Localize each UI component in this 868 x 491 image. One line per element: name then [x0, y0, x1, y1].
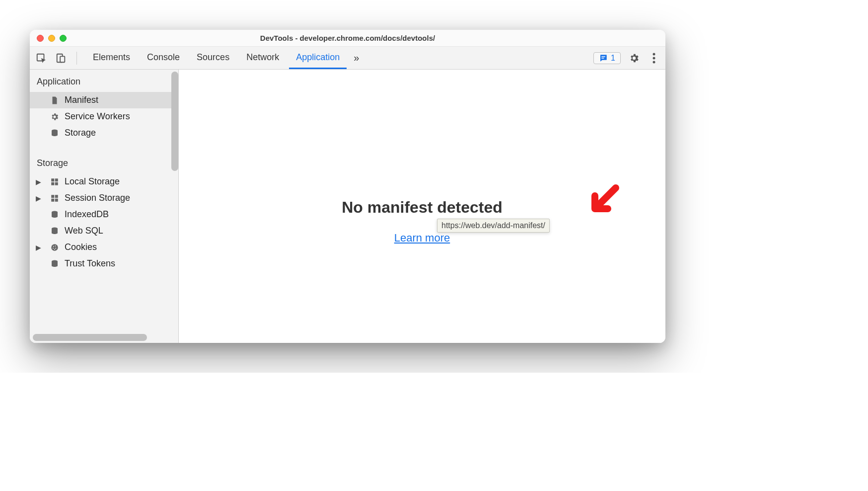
toolbar-right-controls: 1: [593, 52, 660, 65]
sidebar-item-service-workers[interactable]: Service Workers: [30, 108, 178, 125]
chevron-right-icon: ▶: [36, 244, 41, 251]
issues-button[interactable]: 1: [593, 52, 621, 64]
sidebar-item-label: Web SQL: [65, 226, 103, 236]
sidebar-item-label: Manifest: [65, 95, 98, 105]
settings-gear-icon[interactable]: [628, 52, 641, 65]
grid-icon: [50, 193, 60, 203]
sidebar-scrollbar-vertical[interactable]: [171, 72, 178, 171]
sidebar-item-label: Trust Tokens: [65, 258, 115, 269]
svg-point-21: [55, 246, 56, 246]
svg-rect-9: [51, 178, 54, 181]
sidebar-item-label: Service Workers: [65, 111, 130, 122]
database-icon: [50, 226, 60, 236]
svg-rect-12: [55, 182, 58, 185]
database-icon: [50, 210, 60, 220]
section-title-storage: Storage: [30, 151, 178, 173]
svg-point-5: [653, 53, 655, 55]
svg-point-19: [51, 244, 58, 251]
svg-rect-13: [51, 195, 54, 198]
tabs-overflow-button[interactable]: »: [350, 47, 363, 69]
tab-elements[interactable]: Elements: [86, 47, 137, 69]
content-area: Application Manifest Service Workers Sto…: [30, 70, 665, 343]
svg-rect-16: [55, 198, 58, 201]
learn-more-link[interactable]: Learn more: [394, 232, 450, 245]
database-icon: [50, 259, 60, 269]
window-title: DevTools - developer.chrome.com/docs/dev…: [30, 34, 665, 42]
more-menu-icon[interactable]: [648, 52, 660, 65]
sidebar-item-cookies[interactable]: ▶ Cookies: [30, 239, 178, 255]
sidebar-item-label: IndexedDB: [65, 209, 109, 220]
toolbar-divider: [76, 52, 77, 65]
svg-rect-15: [51, 198, 54, 201]
annotation-arrow-icon: [586, 184, 621, 221]
maximize-window-button[interactable]: [60, 35, 67, 42]
inspect-element-icon[interactable]: [35, 52, 48, 65]
svg-rect-14: [55, 195, 58, 198]
devtools-window: DevTools - developer.chrome.com/docs/dev…: [30, 30, 665, 343]
sidebar-item-local-storage[interactable]: ▶ Local Storage: [30, 173, 178, 190]
empty-state-title: No manifest detected: [342, 198, 503, 217]
grid-icon: [50, 177, 60, 187]
gear-icon: [50, 112, 60, 122]
sidebar-item-manifest[interactable]: Manifest: [30, 92, 178, 108]
application-sidebar: Application Manifest Service Workers Sto…: [30, 70, 179, 343]
sidebar-item-label: Cookies: [65, 242, 97, 252]
svg-point-23: [55, 247, 56, 248]
svg-point-7: [653, 61, 655, 63]
svg-rect-2: [60, 56, 65, 62]
svg-point-24: [54, 248, 55, 249]
svg-rect-3: [601, 56, 605, 57]
tab-network[interactable]: Network: [239, 47, 286, 69]
chevron-right-icon: ▶: [36, 178, 41, 186]
devtools-toolbar: Elements Console Sources Network Applica…: [30, 47, 665, 70]
sidebar-item-label: Storage: [65, 128, 96, 138]
device-toggle-icon[interactable]: [55, 52, 68, 65]
svg-rect-11: [51, 182, 54, 185]
section-title-application: Application: [30, 70, 178, 92]
sidebar-item-indexeddb[interactable]: IndexedDB: [30, 206, 178, 223]
database-icon: [50, 128, 60, 138]
tab-application[interactable]: Application: [289, 47, 347, 69]
sidebar-item-label: Session Storage: [65, 193, 130, 203]
svg-rect-10: [55, 178, 58, 181]
cookie-icon: [50, 243, 60, 252]
chevron-right-icon: ▶: [36, 194, 41, 202]
chat-icon: [599, 54, 608, 63]
sidebar-item-session-storage[interactable]: ▶ Session Storage: [30, 190, 178, 206]
file-icon: [50, 95, 60, 105]
sidebar-scrollbar-horizontal[interactable]: [33, 334, 147, 341]
svg-point-22: [53, 247, 54, 248]
sidebar-item-storage[interactable]: Storage: [30, 125, 178, 141]
svg-rect-4: [601, 58, 604, 59]
sidebar-item-label: Local Storage: [65, 176, 120, 187]
minimize-window-button[interactable]: [48, 35, 55, 42]
svg-point-20: [53, 246, 54, 246]
issues-count: 1: [611, 54, 615, 63]
sidebar-item-trust-tokens[interactable]: Trust Tokens: [30, 255, 178, 272]
sidebar-item-web-sql[interactable]: Web SQL: [30, 223, 178, 239]
main-panel: No manifest detected Learn more https://…: [179, 70, 665, 343]
tab-console[interactable]: Console: [140, 47, 187, 69]
link-tooltip: https://web.dev/add-manifest/: [437, 219, 550, 233]
tab-sources[interactable]: Sources: [190, 47, 236, 69]
svg-point-6: [653, 57, 655, 59]
panel-tabs: Elements Console Sources Network Applica…: [86, 47, 586, 69]
titlebar: DevTools - developer.chrome.com/docs/dev…: [30, 30, 665, 47]
close-window-button[interactable]: [37, 35, 44, 42]
traffic-lights: [37, 35, 67, 42]
